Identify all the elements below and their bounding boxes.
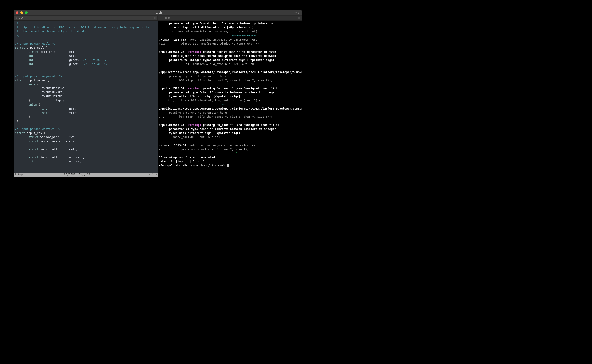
close-icon[interactable]	[16, 11, 19, 14]
vim-statusbar: 1 input.c 59/2586 (2%), 13 (-1 )	[13, 173, 158, 177]
zoom-icon[interactable]	[25, 11, 27, 14]
split-panes: * * - Special handling for ESC inside a …	[13, 20, 296, 177]
window-shortcut: ⌃⌘3	[294, 11, 296, 14]
status-position: 59/2586 (2%), 13	[64, 173, 90, 177]
close-icon[interactable]: ×	[159, 16, 161, 20]
vim-pane[interactable]: * * - Special handling for ESC inside a …	[13, 20, 158, 177]
traffic-lights	[16, 11, 27, 14]
compiler-output: parameter of type 'const char *' convert…	[159, 21, 296, 168]
status-right: (-1 )	[149, 173, 157, 177]
vim-buffer: * * - Special handling for ESC inside a …	[15, 21, 157, 163]
hamburger-icon[interactable]: ≡	[154, 16, 156, 20]
tab-label: vim	[19, 16, 23, 20]
tab-tcsh[interactable]: × -tcsh ≡	[158, 16, 296, 20]
tabbar: × vim ≡ × -tcsh ≡	[13, 16, 296, 20]
window-title: -tcsh	[154, 11, 162, 14]
tab-vim[interactable]: × vim ≡	[13, 16, 158, 20]
titlebar: -tcsh ⌃⌘3	[13, 10, 296, 16]
minimize-icon[interactable]	[20, 11, 23, 14]
close-icon[interactable]: ×	[15, 16, 17, 20]
status-filename: 1 input.c	[14, 173, 29, 177]
terminal-window: -tcsh ⌃⌘3 × vim ≡ × -tcsh ≡ * * - Specia…	[13, 10, 296, 177]
compiler-pane[interactable]: parameter of type 'const char *' convert…	[158, 20, 296, 177]
tab-label: -tcsh	[163, 16, 171, 20]
